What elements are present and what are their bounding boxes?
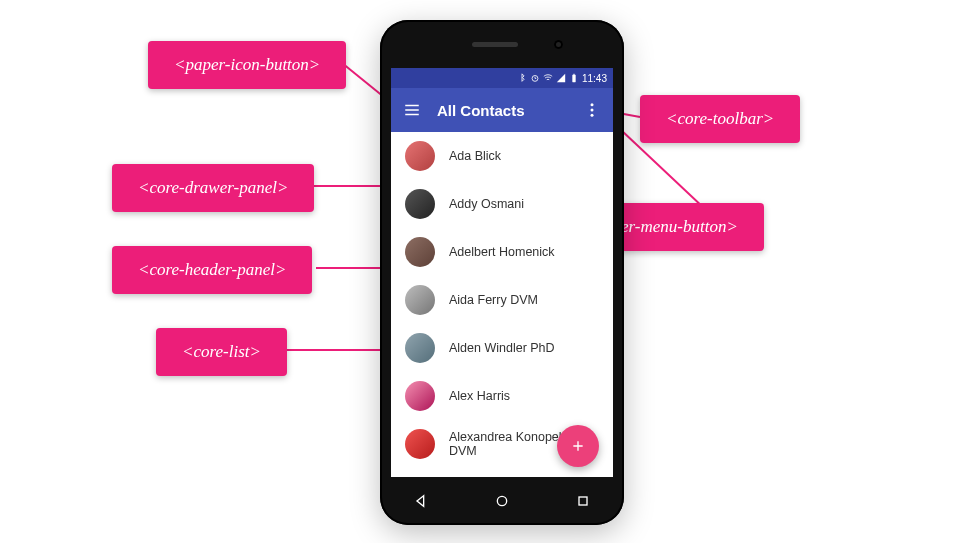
list-item[interactable]: Addy Osmani [391, 180, 613, 228]
avatar [405, 237, 435, 267]
toolbar-title: All Contacts [437, 102, 567, 119]
alarm-icon [530, 73, 540, 83]
svg-point-10 [591, 109, 594, 112]
svg-rect-8 [573, 74, 575, 75]
hamburger-icon [403, 101, 421, 119]
more-vert-icon [583, 101, 601, 119]
contact-name: Adelbert Homenick [449, 245, 555, 259]
wifi-icon [543, 73, 553, 83]
callout-paper-icon-button: <paper-icon-button> [148, 41, 346, 89]
contact-name: Alden Windler PhD [449, 341, 555, 355]
phone-speaker [472, 42, 518, 47]
contact-name: Addy Osmani [449, 197, 524, 211]
app-toolbar: All Contacts [391, 88, 613, 132]
avatar [405, 333, 435, 363]
svg-point-9 [591, 103, 594, 106]
status-time: 11:43 [582, 73, 607, 84]
avatar [405, 381, 435, 411]
contact-name: Ada Blick [449, 149, 501, 163]
battery-icon [569, 73, 579, 83]
svg-point-11 [591, 114, 594, 117]
list-item[interactable]: Alden Windler PhD [391, 324, 613, 372]
home-icon[interactable] [494, 493, 510, 509]
overflow-menu-button[interactable] [581, 99, 603, 121]
plus-icon [570, 438, 586, 454]
contact-list[interactable]: Ada Blick Addy Osmani Adelbert Homenick … [391, 132, 613, 477]
svg-rect-13 [579, 497, 587, 505]
callout-core-toolbar: <core-toolbar> [640, 95, 800, 143]
callout-core-header-panel: <core-header-panel> [112, 246, 312, 294]
bluetooth-icon [517, 73, 527, 83]
contact-name: Alex Harris [449, 389, 510, 403]
back-icon[interactable] [413, 493, 429, 509]
callout-core-drawer-panel: <core-drawer-panel> [112, 164, 314, 212]
list-item[interactable]: Alex Harris [391, 372, 613, 420]
phone-camera [554, 40, 563, 49]
avatar [405, 285, 435, 315]
contact-name: Aida Ferry DVM [449, 293, 538, 307]
android-status-bar: 11:43 [391, 68, 613, 88]
android-nav-bar [380, 477, 624, 525]
signal-icon [556, 73, 566, 83]
list-item[interactable]: Adelbert Homenick [391, 228, 613, 276]
list-item[interactable]: Aida Ferry DVM [391, 276, 613, 324]
avatar [405, 141, 435, 171]
phone-frame: 11:43 All Contacts Ada Blick Addy Osmani [380, 20, 624, 525]
recents-icon[interactable] [575, 493, 591, 509]
list-item[interactable]: Ada Blick [391, 132, 613, 180]
phone-screen: 11:43 All Contacts Ada Blick Addy Osmani [391, 68, 613, 477]
phone-earpiece-area [472, 20, 533, 68]
add-contact-fab[interactable] [557, 425, 599, 467]
avatar [405, 429, 435, 459]
svg-rect-7 [572, 75, 575, 83]
svg-point-12 [497, 496, 506, 505]
menu-button[interactable] [401, 99, 423, 121]
avatar [405, 189, 435, 219]
callout-core-list: <core-list> [156, 328, 287, 376]
